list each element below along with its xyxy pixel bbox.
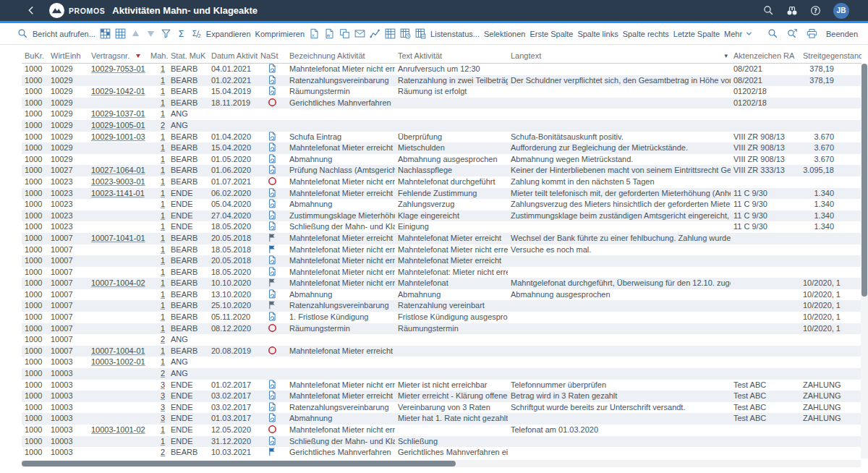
cell-link-mah[interactable]: 1 [161, 98, 165, 107]
cell-link-vertr[interactable]: 10023-9003-01 [91, 177, 145, 186]
mail-button[interactable] [354, 28, 365, 39]
cell-link-mah[interactable]: 3 [161, 380, 165, 389]
circle-red-icon[interactable] [268, 98, 277, 107]
activity-icon[interactable] [268, 64, 277, 73]
export-word-button[interactable]: w [324, 28, 335, 39]
vertical-scrollbar-thumb[interactable] [861, 64, 867, 297]
activity-icon[interactable] [268, 413, 277, 422]
circle-red-icon[interactable] [268, 176, 277, 186]
export-excel-button[interactable]: x [309, 28, 320, 39]
flag-icon[interactable] [268, 244, 277, 254]
flag-icon[interactable] [268, 300, 277, 310]
table-row[interactable]: 1000100033ENDE03.02.2017Ratenzahlungsver… [22, 402, 861, 414]
activity-icon[interactable] [268, 312, 277, 321]
activity-icon[interactable] [268, 165, 277, 174]
table-row[interactable]: 10001000710007-1004-011BEARB20.08.2019Ma… [22, 346, 861, 357]
circle-red-icon[interactable] [268, 425, 277, 434]
table-row[interactable]: 1000100291BEARB18.11.2019Gerichtliches M… [22, 98, 861, 109]
cell-link-vertr[interactable]: 10003-1001-02 [91, 425, 145, 434]
table-row[interactable]: 1000100231ENDE27.04.2020Zustimmungsklage… [22, 210, 861, 222]
horizontal-scrollbar[interactable] [22, 460, 861, 467]
table-row[interactable]: 1000100071BEARB20.05.2018Mahntelefonat M… [22, 255, 861, 267]
cell-link-vertr[interactable]: 10027-1064-01 [91, 166, 145, 174]
activity-icon[interactable] [268, 380, 277, 389]
table-row[interactable]: 10001002910029-7053-011BEARB04.01.2021Ma… [22, 64, 861, 75]
table-row[interactable]: 1000100231ENDE05.04.2020AbmahnungZahlung… [22, 199, 861, 210]
beenden-button[interactable]: Beenden [826, 30, 858, 38]
bericht-aufrufen-button[interactable]: Bericht aufrufen... [33, 30, 95, 38]
column-header-datum[interactable]: Datum Aktivität [208, 48, 258, 63]
activity-icon[interactable] [268, 402, 277, 412]
spalte-links-button[interactable]: Spalte links [577, 30, 618, 38]
flag-icon[interactable] [268, 447, 277, 456]
flag-icon[interactable] [268, 233, 277, 242]
detail-search-button[interactable] [17, 28, 28, 39]
sort-descending-button[interactable] [145, 28, 156, 39]
column-header-bukr[interactable]: BuKr. [22, 48, 48, 63]
circle-red-icon[interactable] [268, 346, 277, 355]
filter-button[interactable] [161, 28, 171, 39]
cell-link-mah[interactable]: 2 [161, 335, 165, 344]
cell-link-mah[interactable]: 1 [161, 290, 165, 299]
binoculars-icon[interactable] [786, 5, 798, 17]
komprimieren-button[interactable]: Komprimieren [255, 30, 305, 38]
cell-link-mah[interactable]: 1 [161, 222, 165, 231]
cell-link-mah[interactable]: 1 [161, 278, 165, 287]
table-row[interactable]: 10001002310023-1141-011ENDE06.02.2020Mah… [22, 188, 861, 200]
cell-link-mah[interactable]: 1 [161, 155, 165, 163]
column-header-streit[interactable]: Streitgegenstand [800, 48, 861, 63]
table-row[interactable]: 10001002910029-1037-011ANG [22, 108, 861, 120]
table-row[interactable]: 10001000710007-1041-011BEARB20.05.2018Ma… [22, 233, 861, 244]
cell-link-mah[interactable]: 1 [161, 132, 165, 141]
circle-red-icon[interactable] [268, 323, 277, 333]
cell-link-mah[interactable]: 1 [161, 64, 165, 73]
weiter-suchen-button[interactable] [787, 28, 798, 39]
cell-link-mah[interactable]: 1 [161, 200, 165, 208]
cell-link-mah[interactable]: 1 [161, 425, 165, 434]
erste-spalte-button[interactable]: Erste Spalte [529, 30, 573, 38]
cell-link-vertr[interactable]: 10029-1042-01 [91, 87, 145, 95]
cell-link-vertr[interactable]: 10023-1141-01 [91, 189, 145, 197]
back-icon[interactable] [26, 5, 37, 16]
flag-icon[interactable] [268, 278, 277, 287]
cell-link-mah[interactable]: 1 [161, 109, 165, 118]
table-row[interactable]: 1000100291BEARB01.05.2020AbmahnungAbmahn… [22, 154, 861, 166]
table-row[interactable]: 10001002910029-1005-012ANG [22, 120, 861, 132]
vertical-scrollbar[interactable] [861, 64, 868, 459]
cell-link-mah[interactable]: 1 [161, 256, 165, 265]
column-header-akten[interactable]: Aktenzeichen RA [731, 48, 800, 63]
table-row[interactable]: 1000100071BEARB25.10.2020Ratenzahlungsve… [22, 300, 861, 312]
cell-link-mah[interactable]: 3 [161, 414, 165, 422]
cell-link-mah[interactable]: 1 [161, 211, 165, 220]
table-row[interactable]: 10001000710007-1004-021BEARB10.10.2020Ma… [22, 278, 861, 289]
cell-link-vertr[interactable]: 10029-1037-01 [91, 109, 145, 118]
cell-link-vertr[interactable]: 10029-1005-01 [91, 121, 145, 129]
table-row[interactable]: 1000100071BEARB18.05.2018Mahntelefonat M… [22, 244, 861, 256]
cell-link-mah[interactable]: 1 [161, 166, 165, 174]
table-row[interactable]: 10001002310023-9003-011BEARB01.07.2021Ma… [22, 176, 861, 188]
kopieren-button[interactable] [339, 28, 350, 39]
column-header-wirt[interactable]: WirtEinh [48, 48, 88, 63]
help-icon[interactable]: ? [810, 5, 821, 16]
table-row[interactable]: 10001000310003-1001-021ENDE12.05.2020Mah… [22, 425, 861, 436]
cell-link-mah[interactable]: 1 [161, 312, 165, 321]
table-row[interactable]: 1000100033ENDE01.02.2017Mahntelefonat Mi… [22, 380, 861, 391]
cell-link-mah[interactable]: 1 [161, 268, 165, 276]
activity-icon[interactable] [268, 267, 277, 276]
grafik-button[interactable] [370, 28, 380, 39]
cell-link-vertr[interactable]: 10007-1004-01 [91, 346, 145, 355]
cell-link-mah[interactable]: 3 [161, 391, 165, 400]
cell-link-mah[interactable]: 1 [161, 346, 165, 355]
search-icon[interactable] [763, 5, 774, 16]
listenstatus-button[interactable]: Listenstatus... [430, 30, 480, 38]
table-row[interactable]: 1000100071BEARB13.10.2020AbmahnungAbmahn… [22, 289, 861, 301]
activity-icon[interactable] [268, 154, 277, 163]
drucken-button[interactable] [807, 28, 817, 39]
table-row[interactable]: 10001002710027-1064-011BEARB01.06.2020Pr… [22, 165, 861, 176]
cell-link-mah[interactable]: 1 [161, 234, 165, 242]
spalte-rechts-button[interactable]: Spalte rechts [623, 30, 669, 38]
table-row[interactable]: 1000100291BEARB01.02.2021Ratenzahlungsve… [22, 75, 861, 87]
choose-detail-button[interactable] [100, 28, 111, 39]
activity-icon[interactable] [268, 86, 277, 95]
column-header-bez[interactable]: Bezeichnung Aktivität [286, 48, 395, 63]
